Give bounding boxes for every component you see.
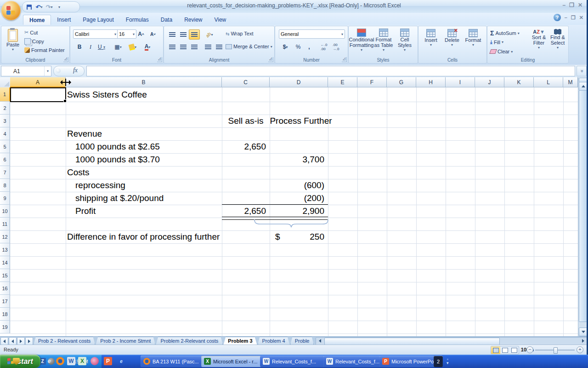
sheet-tab-problem3[interactable]: Problem 3 bbox=[223, 337, 257, 345]
tab-insert[interactable]: Insert bbox=[51, 15, 77, 25]
active-cell-a1[interactable] bbox=[10, 87, 66, 102]
insert-cells-button[interactable]: Insert▾ bbox=[421, 29, 441, 47]
taskbar-button-ba213[interactable]: BA 213 W11 (Pasc... bbox=[141, 356, 204, 367]
row-header-2[interactable]: 2 bbox=[0, 102, 10, 115]
column-header-e[interactable]: E bbox=[328, 77, 357, 87]
cell-d9[interactable]: (200) bbox=[270, 192, 328, 205]
key-icon[interactable] bbox=[90, 357, 99, 365]
sheet-tab-prob2-income-stmnt[interactable]: Prob 2 - Income Stmnt bbox=[96, 337, 155, 345]
row-header-7[interactable]: 7 bbox=[0, 166, 10, 179]
decrease-decimal-button[interactable]: .00→.0 bbox=[330, 42, 341, 52]
tab-view[interactable]: View bbox=[208, 15, 232, 25]
column-header-d[interactable]: D bbox=[270, 77, 328, 87]
cell-b5[interactable]: 1000 pounds at $2.65 bbox=[75, 140, 160, 153]
delete-cells-button[interactable]: ✕ Delete▾ bbox=[442, 29, 462, 47]
normal-view-button[interactable] bbox=[491, 346, 500, 354]
row-header-9[interactable]: 9 bbox=[0, 192, 10, 205]
taskbar-button-doc2[interactable]: W Relevant_Costs_f... bbox=[323, 356, 382, 367]
column-header-k[interactable]: K bbox=[504, 77, 534, 87]
tab-formulas[interactable]: Formulas bbox=[120, 15, 155, 25]
zoom-in-button[interactable]: + bbox=[577, 346, 583, 353]
tab-review[interactable]: Review bbox=[178, 15, 208, 25]
bottom-align-button[interactable] bbox=[189, 29, 200, 40]
fill-color-button[interactable]: ▾ bbox=[127, 42, 138, 52]
row-header-3[interactable]: 3 bbox=[0, 115, 10, 127]
format-painter-button[interactable]: Format Painter bbox=[24, 47, 65, 53]
row-header-17[interactable]: 17 bbox=[0, 295, 10, 308]
autosum-button[interactable]: ΣAutoSum▾ bbox=[490, 29, 520, 37]
column-header-m[interactable]: M bbox=[563, 77, 578, 87]
word-icon[interactable]: W bbox=[67, 357, 75, 365]
insert-function-button[interactable]: fx bbox=[53, 66, 85, 76]
alignment-dialog-launcher[interactable]: ◿ bbox=[268, 57, 273, 62]
cell-b4[interactable]: Revenue bbox=[67, 127, 102, 140]
previous-sheet-button[interactable] bbox=[9, 337, 17, 345]
row-header-1[interactable]: 1 bbox=[0, 87, 10, 102]
name-box[interactable]: A1 ▾ bbox=[1, 66, 51, 76]
internet-explorer-small-icon[interactable]: e bbox=[117, 357, 125, 365]
internet-explorer-icon[interactable]: e bbox=[45, 357, 53, 365]
borders-button[interactable]: ▦▾ bbox=[113, 42, 124, 52]
page-layout-view-button[interactable] bbox=[500, 346, 509, 354]
sort-filter-button[interactable]: AZ▼ Sort & Filter▾ bbox=[530, 29, 548, 50]
cell-d6[interactable]: 3,700 bbox=[270, 153, 328, 166]
cut-button[interactable]: ✂Cut bbox=[24, 29, 38, 35]
cell-b12[interactable]: Difference in favor of processing furthe… bbox=[67, 230, 220, 243]
row-header-4[interactable]: 4 bbox=[0, 127, 10, 140]
taskbar-button-powerpoint[interactable]: P Microsoft PowerPo... bbox=[379, 356, 436, 367]
italic-button[interactable]: I bbox=[85, 42, 96, 52]
percent-style-button[interactable]: % bbox=[293, 42, 304, 52]
select-all-button[interactable] bbox=[0, 77, 11, 88]
workbook-minimize-button[interactable]: – bbox=[565, 15, 567, 20]
row-header-8[interactable]: 8 bbox=[0, 179, 10, 192]
align-right-button[interactable] bbox=[189, 42, 200, 52]
sheet-tab-problem4[interactable]: Problem 4 bbox=[258, 337, 290, 345]
zoom-out-button[interactable]: − bbox=[526, 346, 533, 353]
decrease-indent-button[interactable] bbox=[203, 42, 214, 52]
column-header-b[interactable]: B bbox=[66, 77, 222, 87]
increase-decimal-button[interactable]: ←.0.00 bbox=[318, 42, 329, 52]
cell-d8[interactable]: (600) bbox=[270, 179, 328, 192]
row-header-13[interactable]: 13 bbox=[0, 243, 10, 256]
number-dialog-launcher[interactable]: ◿ bbox=[342, 57, 347, 62]
cell-c10[interactable]: 2,650 bbox=[222, 205, 270, 218]
row-header-16[interactable]: 16 bbox=[0, 282, 10, 295]
cell-c5[interactable]: 2,650 bbox=[222, 140, 270, 153]
scroll-left-button[interactable] bbox=[317, 339, 323, 343]
firefox-icon[interactable] bbox=[56, 357, 64, 365]
column-header-h[interactable]: H bbox=[416, 77, 446, 87]
taskbar-button-excel[interactable]: X Microsoft Excel - r... bbox=[201, 356, 263, 367]
formula-input[interactable] bbox=[86, 66, 575, 76]
find-select-button[interactable]: Find & Select▾ bbox=[549, 29, 566, 50]
accounting-format-button[interactable]: $▾ bbox=[279, 42, 292, 52]
format-as-table-button[interactable]: Format as Table▾ bbox=[373, 29, 394, 52]
number-format-select[interactable]: General▾ bbox=[279, 29, 345, 39]
row-header-18[interactable]: 18 bbox=[0, 308, 10, 321]
undo-button[interactable]: ↶▾ bbox=[35, 3, 43, 11]
powerpoint-icon[interactable]: P bbox=[104, 357, 112, 365]
workbook-close-button[interactable]: ✕ bbox=[579, 15, 583, 21]
comma-style-button[interactable]: , bbox=[304, 42, 315, 52]
font-dialog-launcher[interactable]: ◿ bbox=[157, 57, 162, 62]
sheet-tab-problem2-relevant-costs[interactable]: Problem 2-Relevant costs bbox=[156, 337, 223, 345]
row-header-11[interactable]: 11 bbox=[0, 218, 10, 230]
redo-button[interactable]: ↷▾ bbox=[45, 3, 53, 11]
clear-button[interactable]: Clear▾ bbox=[490, 49, 513, 54]
save-button[interactable] bbox=[25, 3, 33, 11]
taskbar-button-doc1[interactable]: W Relevant_Costs_f... bbox=[260, 356, 326, 367]
zoom-track[interactable] bbox=[535, 350, 575, 351]
row-header-5[interactable]: 5 bbox=[0, 140, 10, 153]
bold-button[interactable]: B bbox=[74, 42, 85, 52]
close-button[interactable]: ✕ bbox=[578, 2, 582, 8]
cell-d3[interactable]: Process Further bbox=[266, 115, 335, 127]
font-name-select[interactable]: Calibri▾ bbox=[73, 29, 118, 39]
sheet-tab-prob2-relevant-costs[interactable]: Prob 2 - Relevant costs bbox=[34, 337, 95, 345]
center-button[interactable] bbox=[178, 42, 189, 52]
start-button[interactable]: start bbox=[0, 355, 40, 368]
row-header-19[interactable]: 19 bbox=[0, 321, 10, 334]
excel-icon[interactable]: X bbox=[78, 357, 86, 365]
column-header-c[interactable]: C bbox=[222, 77, 270, 87]
help-icon[interactable]: ? bbox=[554, 14, 561, 21]
row-header-12[interactable]: 12 bbox=[0, 230, 10, 243]
copy-button[interactable]: Copy bbox=[24, 38, 44, 45]
